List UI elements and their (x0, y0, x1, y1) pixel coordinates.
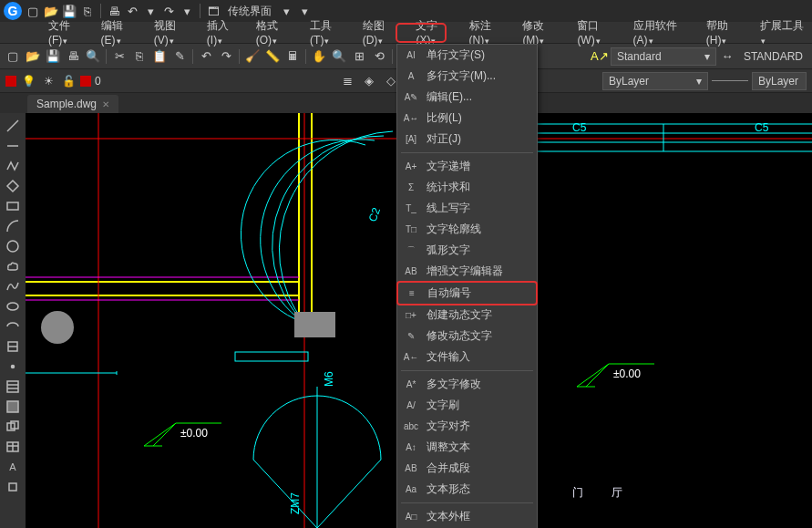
menuitem-label: 编辑(E)... (427, 89, 472, 105)
menuitem-多行文字(M)...[interactable]: A多行文字(M)... (397, 66, 537, 87)
t-copy-icon[interactable]: ⎘ (130, 47, 149, 66)
vt-table-icon[interactable] (4, 438, 22, 456)
menuitem-label: 文字递增 (427, 159, 470, 174)
t-cut-icon[interactable]: ✂ (110, 47, 128, 66)
menuitem-统计求和[interactable]: Σ统计求和 (397, 177, 537, 198)
col-swatch[interactable] (5, 76, 16, 87)
menuitem-创建动态文字[interactable]: □+创建动态文字 (397, 305, 537, 326)
vt-add-icon[interactable] (4, 478, 22, 496)
menuitem-文本形态[interactable]: Aa文本形态 (397, 479, 537, 500)
vt-circle-icon[interactable] (4, 237, 22, 255)
menuitem-icon: ≡ (404, 286, 420, 301)
vt-block-icon[interactable] (4, 337, 22, 356)
menuitem-比例(L)[interactable]: A↔比例(L) (397, 108, 537, 129)
menu-window[interactable]: 窗口(W)▾ (570, 16, 625, 49)
vt-line-icon[interactable] (4, 117, 22, 135)
menu-app[interactable]: 应用软件(A)▾ (626, 16, 699, 49)
t-meas-icon[interactable]: 📏 (263, 47, 282, 66)
doc-tab[interactable]: Sample.dwg ✕ (27, 95, 118, 113)
vt-poly-icon[interactable] (4, 177, 22, 195)
menuitem-文字轮廓线[interactable]: T□文字轮廓线 (397, 219, 537, 240)
t-undo-icon[interactable]: ↶ (197, 47, 215, 66)
vt-rect-icon[interactable] (4, 197, 22, 215)
bylayer2-combo[interactable]: ByLayer (752, 72, 807, 90)
menuitem-文件输入[interactable]: A←文件输入 (397, 347, 537, 368)
menu-help[interactable]: 帮助(H)▾ (699, 16, 753, 49)
bulb-icon[interactable]: 💡 (20, 73, 36, 89)
menuitem-label: 对正(J) (427, 131, 461, 147)
menuitem-合并成段[interactable]: AB合并成段 (397, 458, 537, 479)
lock-icon[interactable]: 🔓 (60, 73, 77, 89)
sun-icon[interactable]: ☀ (40, 73, 57, 89)
vt-arc-icon[interactable] (4, 217, 22, 235)
menuitem-文字递增[interactable]: A+文字递增 (397, 156, 537, 177)
menuitem-icon: T□ (403, 223, 419, 237)
menu-view[interactable]: 视图(V)▾ (147, 16, 200, 49)
t-textstyle-icon[interactable]: A↗ (591, 47, 609, 66)
menu-edit[interactable]: 编辑(E)▾ (94, 16, 147, 49)
vt-cline-icon[interactable] (4, 137, 22, 155)
t-paste-icon[interactable]: 📋 (150, 47, 169, 66)
menuitem-icon: A↔ (403, 111, 419, 126)
textstyle-combo[interactable]: Standard▾ (611, 47, 716, 66)
menuitem-线上写字[interactable]: T_线上写字 (397, 198, 537, 219)
menuitem-自动编号[interactable]: ≡自动编号 (396, 281, 538, 305)
t-orbit-icon[interactable]: ⟲ (370, 47, 388, 66)
t-new-icon[interactable]: ▢ (4, 47, 22, 66)
t-prev-icon[interactable]: 🔍 (84, 47, 102, 66)
t-calc-icon[interactable]: 🖩 (283, 47, 302, 66)
t-dimstyle-icon[interactable]: ↔ (718, 47, 736, 66)
t-erase-icon[interactable]: 🧹 (243, 47, 262, 66)
menuitem-弧形文字[interactable]: ⌒弧形文字 (397, 240, 537, 261)
vt-ellipse-icon[interactable] (4, 297, 22, 316)
menuitem-icon: AB (403, 461, 419, 476)
t-open-icon[interactable]: 📂 (24, 47, 42, 66)
menu-insert[interactable]: 插入(I)▾ (200, 16, 249, 49)
menu-format[interactable]: 格式(O)▾ (249, 16, 303, 49)
menuitem-修改动态文字[interactable]: ✎修改动态文字 (397, 326, 537, 347)
menuitem-label: 文本外框 (427, 509, 470, 524)
menuitem-文本外框[interactable]: A□文本外框 (397, 506, 537, 527)
t-zoome-icon[interactable]: ⊞ (350, 47, 368, 66)
vt-grad-icon[interactable] (4, 398, 22, 416)
swatch2[interactable] (80, 76, 91, 87)
t-save-icon[interactable]: 💾 (44, 47, 62, 66)
menuitem-icon: Σ (403, 181, 419, 195)
menuitem-编辑(E)...[interactable]: A✎编辑(E)... (397, 87, 537, 108)
layerstack-icon[interactable]: ≣ (338, 72, 356, 90)
t-zoomr-icon[interactable]: 🔍 (330, 47, 348, 66)
layerstack2-icon[interactable]: ◈ (360, 72, 378, 90)
vt-pline-icon[interactable] (4, 157, 22, 175)
menuitem-label: 线上写字 (427, 201, 470, 216)
t-redo-icon[interactable]: ↷ (217, 47, 235, 66)
vt-hatch-icon[interactable] (4, 378, 22, 396)
vt-point-icon[interactable] (4, 357, 22, 376)
bylayer-combo[interactable]: ByLayer▾ (602, 72, 708, 90)
layer0-label[interactable]: 0 (95, 75, 101, 88)
app-logo[interactable]: G (4, 2, 22, 20)
menu-ext[interactable]: 扩展工具▾ (753, 16, 812, 49)
menuitem-文字刷[interactable]: A/文字刷 (397, 395, 537, 416)
menuitem-增强文字编辑器[interactable]: AB增强文字编辑器 (397, 261, 537, 282)
vt-region-icon[interactable] (4, 418, 22, 436)
menuitem-文字对齐[interactable]: abc文字对齐 (397, 416, 537, 437)
tab-close-icon[interactable]: ✕ (102, 99, 109, 109)
t-match-icon[interactable]: ✎ (170, 47, 189, 66)
menuitem-label: 多行文字(M)... (427, 68, 496, 84)
vt-earc-icon[interactable] (4, 317, 22, 336)
menu-file[interactable]: 文件(F)▾ (41, 16, 94, 49)
vt-spline-icon[interactable] (4, 277, 22, 295)
vt-mtext-icon[interactable]: A (4, 458, 22, 476)
elev1-text: ±0.00 (180, 427, 208, 440)
menuitem-单行文字(S)[interactable]: AI单行文字(S) (397, 45, 537, 66)
new-icon[interactable]: ▢ (26, 4, 40, 18)
vt-cloud-icon[interactable] (4, 257, 22, 275)
t-pan-icon[interactable]: ✋ (310, 47, 328, 66)
m6-text: M6 (323, 371, 335, 387)
menuitem-多文字修改[interactable]: A*多文字修改 (397, 374, 537, 395)
menuitem-对正(J)[interactable]: [A]对正(J) (397, 129, 537, 150)
menuitem-调整文本[interactable]: A↕调整文本 (397, 437, 537, 458)
menu-tools[interactable]: 工具(T)▾ (303, 16, 355, 49)
menuitem-label: 文字轮廓线 (427, 222, 481, 237)
t-print-icon[interactable]: 🖶 (64, 47, 82, 66)
